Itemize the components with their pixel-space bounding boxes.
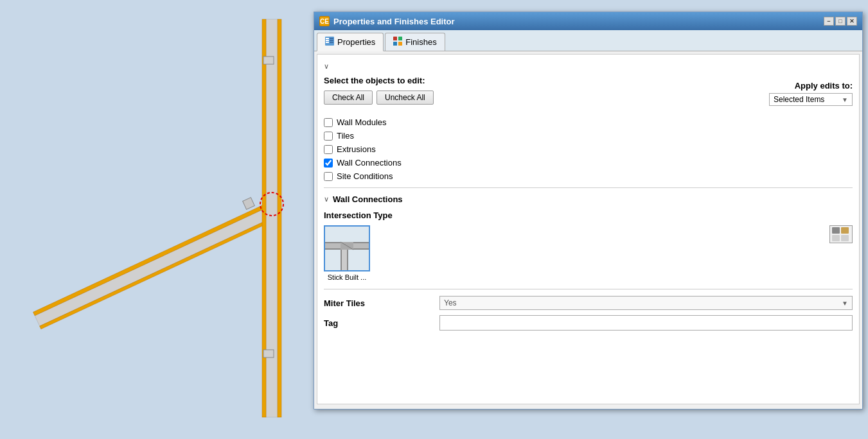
svg-rect-26 [342,248,347,270]
wall-modules-checkbox[interactable] [324,118,333,127]
tag-input[interactable] [439,315,853,331]
section-header-row: Select the objects to edit: Check All Un… [324,76,853,111]
miter-tiles-value: Yes [444,298,457,307]
miter-tiles-row: Miter Tiles Yes ▼ [324,296,853,310]
wall-modules-label[interactable]: Wall Modules [337,117,387,127]
svg-rect-33 [832,235,840,241]
app-icon: CE [319,16,330,26]
svg-rect-16 [330,40,333,41]
checkbox-wall-modules: Wall Modules [324,117,853,127]
tab-properties-label: Properties [337,37,375,47]
wall-diagram [0,0,308,439]
svg-rect-12 [326,38,329,39]
apply-edits-chevron: ▼ [842,96,848,103]
tab-properties[interactable]: Properties [317,33,384,51]
svg-rect-13 [326,40,329,41]
tile-label: Stick Built ... [328,273,367,281]
checkbox-tiles: Tiles [324,131,853,141]
uncheck-all-button[interactable]: Uncheck All [376,90,434,105]
window-controls: − □ ✕ [824,17,857,26]
miter-tiles-chevron: ▼ [842,300,848,307]
stick-built-tile[interactable]: Stick Built ... [324,225,370,281]
finishes-tab-icon [393,37,402,47]
svg-rect-34 [841,235,849,241]
miter-tiles-label: Miter Tiles [324,298,439,308]
svg-rect-17 [330,42,333,43]
svg-rect-15 [330,38,333,39]
tab-bar: Properties Finishes [314,30,862,51]
select-objects-label: Select the objects to edit: Check All Un… [324,76,434,111]
intersection-type-label: Intersection Type [324,211,853,220]
svg-rect-6 [278,19,281,417]
tiles-label[interactable]: Tiles [337,131,354,141]
tab-finishes[interactable]: Finishes [385,33,445,51]
content-area: ∨ Select the objects to edit: Check All … [317,54,860,404]
svg-rect-27 [341,248,342,270]
checkbox-extrusions: Extrusions [324,144,853,154]
svg-rect-21 [398,42,402,46]
extrusions-label[interactable]: Extrusions [337,144,376,154]
site-conditions-label[interactable]: Site Conditions [337,171,393,181]
checkbox-wall-connections: Wall Connections [324,158,853,168]
svg-rect-28 [347,248,348,270]
minimize-button[interactable]: − [824,17,834,26]
tag-label: Tag [324,318,439,328]
svg-rect-8 [263,350,274,357]
tiles-checkbox[interactable] [324,132,333,141]
dialog-window: CE Properties and Finishes Editor − □ ✕ [314,12,863,409]
svg-rect-14 [326,42,329,43]
extrusions-checkbox[interactable] [324,145,333,154]
properties-tab-icon [325,37,334,47]
canvas-area [0,0,308,439]
maximize-button[interactable]: □ [835,17,846,26]
svg-rect-7 [263,56,274,64]
tag-row: Tag [324,315,853,331]
tile-switcher-inner [832,227,850,241]
miter-tiles-dropdown[interactable]: Yes ▼ [439,296,853,310]
dialog-title: Properties and Finishes Editor [333,17,824,26]
wall-connections-collapse-arrow[interactable]: ∨ [324,195,329,203]
divider-2 [324,289,853,289]
tile-switcher-button[interactable] [829,225,853,243]
wall-connections-section-header: ∨ Wall Connections [324,194,853,204]
tab-finishes-label: Finishes [405,37,436,47]
apply-edits-section: Apply edits to: Selected Items ▼ [769,81,853,106]
intersection-section: Intersection Type [324,211,853,281]
close-button[interactable]: ✕ [847,17,857,26]
wall-connections-label[interactable]: Wall Connections [337,158,402,168]
tile-image [324,225,370,271]
intersection-content: Stick Built ... [324,225,853,281]
apply-edits-dropdown[interactable]: Selected Items ▼ [769,93,853,106]
wall-connections-section-title: Wall Connections [333,194,403,204]
svg-rect-32 [841,227,849,234]
collapse-arrow-top[interactable]: ∨ [324,61,853,76]
checkbox-list: Wall Modules Tiles Extrusions Wall Conne… [324,117,853,181]
svg-rect-18 [393,37,397,40]
svg-rect-31 [832,227,840,234]
svg-rect-19 [398,37,402,40]
check-all-button[interactable]: Check All [324,90,373,105]
wall-connections-checkbox[interactable] [324,159,333,168]
site-conditions-checkbox[interactable] [324,172,333,181]
svg-rect-20 [393,42,397,46]
btn-row: Check All Uncheck All [324,90,434,105]
checkbox-site-conditions: Site Conditions [324,171,853,181]
divider-1 [324,187,853,188]
dialog-titlebar[interactable]: CE Properties and Finishes Editor − □ ✕ [314,12,862,30]
